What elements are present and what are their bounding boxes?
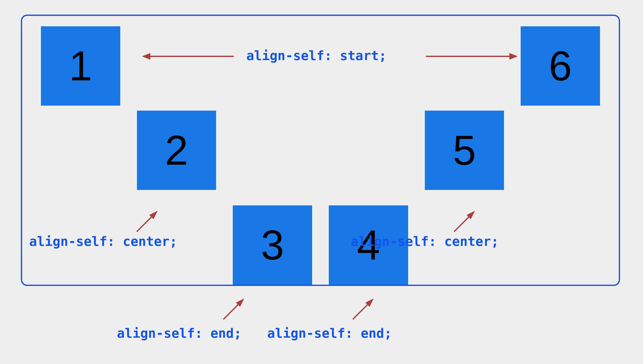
arrow-right-icon (426, 52, 518, 60)
flex-item-6: 6 (521, 26, 600, 106)
label-align-self-center-left: align-self: center; (29, 234, 177, 249)
flex-item-2: 2 (137, 110, 216, 190)
label-align-self-end-right: align-self: end; (267, 326, 392, 341)
arrow-up-right-icon (135, 209, 160, 234)
flex-item-3: 3 (233, 206, 312, 285)
arrow-up-right-icon (452, 209, 477, 234)
label-align-self-start: align-self: start; (246, 48, 387, 63)
flex-item-1: 1 (41, 26, 120, 106)
arrow-up-right-icon (221, 296, 246, 322)
arrow-left-icon (142, 52, 234, 60)
flex-item-5: 5 (425, 110, 504, 190)
arrow-up-right-icon (351, 296, 376, 322)
label-align-self-center-right: align-self: center; (351, 234, 499, 249)
label-align-self-end-left: align-self: end; (117, 326, 242, 341)
